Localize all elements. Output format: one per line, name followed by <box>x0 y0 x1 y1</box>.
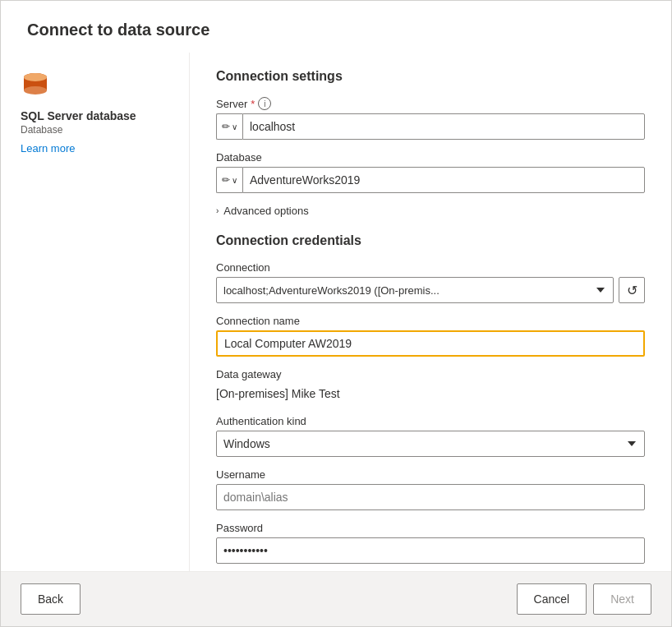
auth-kind-select[interactable]: Windows Basic OAuth2 <box>216 431 645 457</box>
username-input[interactable] <box>216 484 645 510</box>
advanced-options-label: Advanced options <box>223 205 308 217</box>
database-field-group: Database ✏ ∨ <box>216 151 645 193</box>
server-label: Server * i <box>216 97 645 110</box>
connection-label: Connection <box>216 261 645 274</box>
connection-name-field-group: Connection name <box>216 315 645 357</box>
db-icon-wrapper <box>21 69 50 101</box>
auth-kind-label: Authentication kind <box>216 415 645 427</box>
dialog-footer: Back Cancel Next <box>1 571 671 626</box>
server-info-icon[interactable]: i <box>258 97 271 110</box>
data-gateway-field-group: Data gateway [On-premises] Mike Test <box>216 368 645 403</box>
db-name-label: SQL Server database <box>21 109 136 122</box>
connection-field-group: Connection localhost;AdventureWorks2019 … <box>216 261 645 303</box>
server-input-group: ✏ ∨ <box>216 113 645 140</box>
password-field-group: Password <box>216 522 645 564</box>
server-edit-dropdown-btn[interactable]: ✏ ∨ <box>216 113 242 140</box>
chevron-down-icon: ∨ <box>232 176 237 185</box>
connection-credentials-title: Connection credentials <box>216 233 645 248</box>
password-label: Password <box>216 522 645 534</box>
database-edit-dropdown-btn[interactable]: ✏ ∨ <box>216 167 242 193</box>
chevron-down-icon: ∨ <box>232 122 237 131</box>
footer-right: Cancel Next <box>517 583 651 615</box>
dialog-header: Connect to data source <box>1 1 671 53</box>
pencil-icon: ✏ <box>222 121 230 132</box>
data-gateway-value: [On-premises] Mike Test <box>216 384 645 403</box>
auth-kind-field-group: Authentication kind Windows Basic OAuth2 <box>216 415 645 457</box>
svg-point-2 <box>24 86 47 95</box>
sql-server-icon <box>21 69 50 99</box>
required-star: * <box>251 98 255 110</box>
connection-dropdown-container: localhost;AdventureWorks2019 ([On-premis… <box>216 277 645 303</box>
learn-more-link[interactable]: Learn more <box>21 142 75 154</box>
username-label: Username <box>216 468 645 481</box>
footer-left: Back <box>21 583 81 615</box>
cancel-button[interactable]: Cancel <box>517 583 587 615</box>
back-button[interactable]: Back <box>21 583 81 615</box>
data-gateway-label: Data gateway <box>216 368 645 380</box>
dialog-title: Connect to data source <box>27 21 645 39</box>
connection-select[interactable]: localhost;AdventureWorks2019 ([On-premis… <box>216 277 614 303</box>
connection-settings-title: Connection settings <box>216 69 645 84</box>
next-button[interactable]: Next <box>593 583 651 615</box>
server-input[interactable] <box>242 113 645 140</box>
svg-point-3 <box>24 73 47 81</box>
advanced-options-toggle[interactable]: › Advanced options <box>216 205 645 217</box>
connection-refresh-btn[interactable]: ↺ <box>619 277 645 303</box>
pencil-icon: ✏ <box>222 174 230 186</box>
db-type-label: Database <box>21 124 62 136</box>
connection-name-input[interactable] <box>216 330 645 357</box>
database-input[interactable] <box>242 167 645 193</box>
database-input-group: ✏ ∨ <box>216 167 645 193</box>
right-panel: Connection settings Server * i ✏ ∨ Datab… <box>190 53 671 571</box>
chevron-right-icon: › <box>216 206 219 215</box>
left-panel: SQL Server database Database Learn more <box>1 53 190 571</box>
server-field-group: Server * i ✏ ∨ <box>216 97 645 140</box>
password-input[interactable] <box>216 537 645 564</box>
username-field-group: Username <box>216 468 645 510</box>
database-label: Database <box>216 151 645 164</box>
connection-name-label: Connection name <box>216 315 645 327</box>
refresh-icon: ↺ <box>627 283 637 298</box>
dialog-body: SQL Server database Database Learn more … <box>1 53 671 571</box>
